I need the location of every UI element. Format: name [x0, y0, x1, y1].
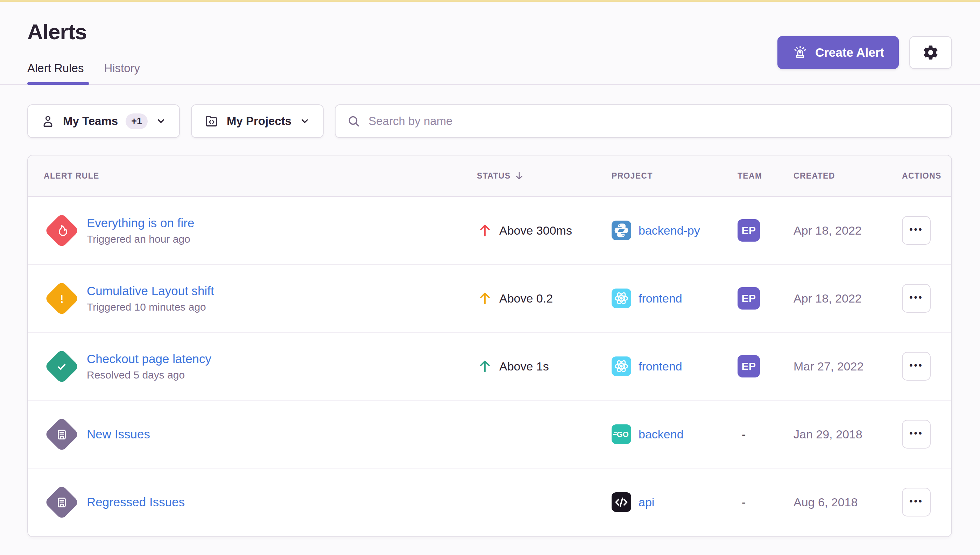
severity-diamond	[44, 417, 79, 452]
severity-icon-box	[43, 280, 80, 316]
search-input[interactable]	[368, 114, 940, 128]
row-actions-button[interactable]: •••	[902, 216, 930, 245]
created-date: Mar 27, 2022	[793, 359, 902, 373]
tab-alert-rules-label: Alert Rules	[27, 62, 84, 75]
alert-rule-link[interactable]: New Issues	[87, 427, 150, 441]
check-icon	[54, 359, 69, 374]
teams-filter-badge: +1	[126, 114, 148, 129]
python-icon	[612, 221, 631, 240]
severity-icon-box	[43, 484, 80, 520]
team-cell: EP	[737, 287, 793, 310]
go-icon: GO	[612, 424, 631, 444]
issues-icon	[54, 495, 69, 509]
team-none: -	[737, 496, 746, 509]
flame-icon	[54, 223, 69, 238]
team-badge: EP	[737, 219, 760, 242]
alert-rule-subtitle: Resolved 5 days ago	[87, 369, 211, 381]
header-actions: Create Alert	[777, 36, 952, 69]
tab-alert-rules[interactable]: Alert Rules	[27, 62, 84, 84]
project-link[interactable]: backend	[638, 428, 684, 441]
created-date: Apr 18, 2022	[793, 292, 902, 305]
search-box	[335, 104, 952, 138]
row-actions-button[interactable]: •••	[902, 352, 930, 381]
column-header-created: Created	[793, 171, 902, 181]
page-header: Alerts Create Alert	[0, 19, 980, 44]
issues-icon	[54, 427, 69, 441]
trend-arrow-icon	[477, 358, 493, 374]
svg-text:GO: GO	[617, 430, 629, 439]
alert-rule-subtitle: Triggered an hour ago	[87, 233, 194, 245]
active-tab-indicator	[27, 82, 89, 85]
project-link[interactable]: backend-py	[638, 224, 700, 237]
team-cell: -	[737, 496, 793, 509]
table-header-row: Alert Rule Status Project Team Created A…	[28, 156, 951, 197]
chevron-down-icon	[299, 115, 310, 127]
project-link[interactable]: frontend	[638, 359, 682, 373]
folder-code-icon	[204, 114, 219, 128]
settings-button[interactable]	[909, 36, 952, 69]
column-header-project: Project	[612, 171, 737, 181]
chevron-down-icon	[155, 115, 166, 127]
projects-filter-button[interactable]: My Projects	[191, 104, 324, 138]
exclamation-icon	[54, 291, 69, 306]
team-badge: EP	[737, 355, 760, 377]
code-icon	[612, 492, 631, 512]
create-alert-label: Create Alert	[815, 45, 884, 59]
team-cell: -	[737, 428, 793, 441]
severity-icon-box	[43, 416, 80, 452]
table-row: Regressed Issues api - Aug 6, 2018 •••	[28, 468, 951, 536]
gear-icon	[922, 44, 939, 61]
siren-icon	[792, 45, 808, 61]
teams-filter-button[interactable]: My Teams +1	[27, 104, 180, 138]
severity-diamond	[44, 484, 79, 520]
created-date: Apr 18, 2022	[793, 224, 902, 237]
severity-diamond	[44, 213, 79, 248]
row-actions-button[interactable]: •••	[902, 420, 930, 449]
create-alert-button[interactable]: Create Alert	[777, 36, 899, 69]
table-body: Everything is on fire Triggered an hour …	[28, 197, 951, 536]
react-icon	[612, 289, 631, 308]
status-cell: Above 1s	[477, 358, 612, 374]
column-header-status[interactable]: Status	[477, 170, 612, 181]
team-badge: EP	[737, 287, 760, 310]
top-accent-bar	[0, 0, 980, 2]
table-row: Checkout page latency Resolved 5 days ag…	[28, 333, 951, 401]
created-date: Aug 6, 2018	[793, 496, 902, 509]
alert-rule-link[interactable]: Cumulative Layout shift	[87, 284, 214, 298]
table-row: Everything is on fire Triggered an hour …	[28, 197, 951, 265]
sort-arrow-down-icon	[514, 170, 524, 181]
column-header-team: Team	[737, 171, 793, 181]
react-icon	[612, 356, 631, 376]
table-row: New Issues GO backend - Jan 29, 2018 •••	[28, 401, 951, 468]
trend-arrow-icon	[477, 290, 493, 306]
status-threshold: Above 0.2	[499, 292, 553, 305]
alert-rule-subtitle: Triggered 10 minutes ago	[87, 301, 214, 313]
column-header-alert-rule: Alert Rule	[28, 171, 477, 181]
tab-history[interactable]: History	[104, 62, 140, 84]
status-cell: Above 0.2	[477, 290, 612, 306]
person-icon	[41, 114, 55, 128]
row-actions-button[interactable]: •••	[902, 488, 930, 517]
alert-rule-link[interactable]: Checkout page latency	[87, 352, 211, 366]
trend-arrow-icon	[477, 222, 493, 239]
status-threshold: Above 300ms	[499, 224, 572, 237]
severity-diamond	[44, 349, 79, 384]
projects-filter-label: My Projects	[227, 114, 291, 128]
status-cell: Above 300ms	[477, 222, 612, 239]
project-link[interactable]: frontend	[638, 292, 682, 305]
project-link[interactable]: api	[638, 496, 654, 509]
status-threshold: Above 1s	[499, 359, 549, 373]
table-row: Cumulative Layout shift Triggered 10 min…	[28, 265, 951, 333]
alert-rule-link[interactable]: Regressed Issues	[87, 495, 185, 509]
team-cell: EP	[737, 355, 793, 377]
column-header-actions: Actions	[902, 171, 951, 181]
alert-rule-link[interactable]: Everything is on fire	[87, 216, 194, 230]
filter-bar: My Teams +1 My Projects	[27, 104, 952, 138]
tab-history-label: History	[104, 62, 140, 75]
severity-icon-box	[43, 348, 80, 385]
team-none: -	[737, 428, 746, 441]
row-actions-button[interactable]: •••	[902, 284, 930, 313]
severity-icon-box	[43, 212, 80, 249]
team-cell: EP	[737, 219, 793, 242]
severity-diamond	[44, 281, 79, 316]
